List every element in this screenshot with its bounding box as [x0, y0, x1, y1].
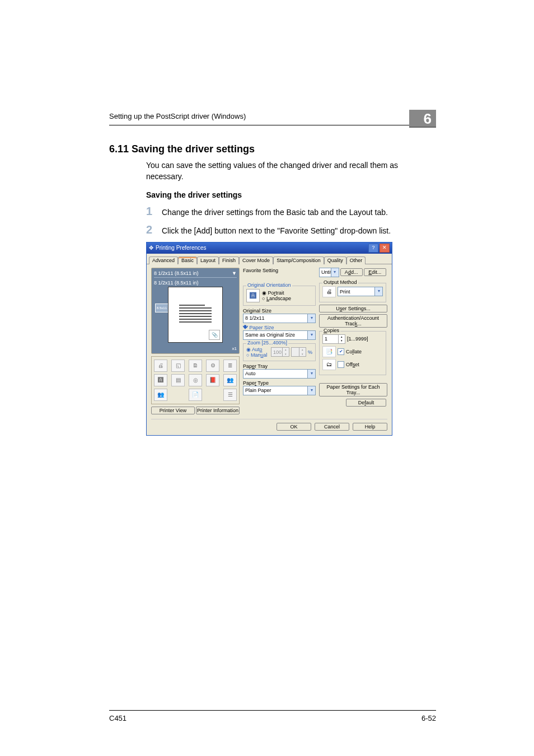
output-method-combo[interactable]: Print ▾ [338, 287, 383, 296]
footer-left: C451 [109, 714, 127, 722]
paper-tray-combo[interactable]: Auto ▾ [243, 369, 316, 379]
tab-cover-mode[interactable]: Cover Mode [239, 256, 273, 264]
original-size-label: Original Size [243, 308, 316, 314]
paper-size-label: 🢃 Paper Size [243, 325, 316, 330]
help-icon[interactable]: ? [368, 244, 378, 253]
copies-range: [1...9999] [347, 336, 368, 342]
page-footer: C451 6-52 [109, 710, 436, 722]
source-size-label: 8 1/2x11 (8.5x11 in) [154, 270, 199, 276]
paper-type-label: Paper Type [243, 380, 316, 386]
tab-other[interactable]: Other [346, 256, 366, 264]
paper-settings-tray-button[interactable]: Paper Settings for Each Tray... [319, 383, 387, 396]
dialog-title: Printing Preferences [156, 245, 207, 251]
thumb-doc-icon: 🗎 [189, 360, 202, 372]
thumb-globe-icon: ◎ [189, 374, 202, 386]
ok-button[interactable]: OK [277, 423, 311, 431]
tab-advanced[interactable]: Advanced [149, 256, 178, 264]
collate-label: Collate [346, 349, 362, 354]
tab-layout[interactable]: Layout [197, 256, 219, 264]
output-method-group: Output Method 🖨 Print ▾ [319, 283, 386, 302]
portrait-option[interactable]: ◉ Portrait [262, 290, 291, 296]
sub-heading: Saving the driver settings [146, 190, 436, 199]
favorite-setting-combo[interactable]: Untitled ▾ [319, 268, 339, 277]
chevron-down-icon[interactable]: ▾ [331, 268, 339, 277]
output-method-legend: Output Method [322, 279, 358, 285]
chevron-down-icon[interactable]: ▾ [307, 370, 315, 378]
tab-basic[interactable]: Basic [178, 256, 197, 264]
copies-legend: Copies [322, 328, 340, 333]
paper-size-value: Same as Original Size [245, 332, 295, 338]
step-text: Change the driver settings from the Basi… [162, 208, 436, 217]
preview-panel: 8 1/2x11 (8.5x11 in) ▼ 8 1/2x11 (8.5x11 … [151, 268, 240, 354]
zoom-auto-option[interactable]: ◉ Auto [246, 347, 267, 352]
user-settings-button[interactable]: User Settings... [319, 305, 387, 312]
zoom-unit: % [308, 349, 312, 355]
intro-paragraph: You can save the setting values of the c… [146, 160, 436, 183]
ruler-icon: 8.5x11 [155, 304, 168, 312]
thumb-printer-icon: 🖨 [154, 360, 167, 372]
paper-size-combo[interactable]: Same as Original Size ▾ [243, 330, 316, 340]
header-rule [109, 125, 436, 125]
printer-icon: 🖨 [322, 286, 336, 297]
app-icon: ✥ [149, 245, 153, 251]
favorite-setting-label: Favorite Setting [243, 268, 278, 273]
paper-type-combo[interactable]: Plain Paper ▾ [243, 386, 316, 395]
landscape-option[interactable]: ○ Landscape [262, 296, 291, 301]
chevron-down-icon[interactable]: ▾ [307, 386, 315, 395]
offset-checkbox[interactable] [338, 361, 344, 368]
copies-spin[interactable]: 1▴▾ [322, 334, 345, 344]
collate-icon: 📑 [322, 346, 336, 357]
zoom-legend: Zoom [25...400%] [246, 340, 288, 346]
chevron-down-icon[interactable]: ▾ [307, 331, 315, 339]
zoom-spin[interactable]: 100▴▾ [271, 347, 289, 357]
chevron-down-icon[interactable]: ▾ [307, 314, 315, 323]
zoom-step-spin[interactable]: ▴▾ [291, 347, 306, 357]
printing-preferences-dialog: ✥ Printing Preferences ? ✕ Advanced Basi… [146, 242, 392, 436]
page-preview: 📎 [168, 287, 223, 343]
thumb-sheet-icon: 📄 [189, 389, 202, 401]
footer-right: 6-52 [421, 714, 436, 722]
cancel-button[interactable]: Cancel [315, 423, 349, 431]
copies-group: Copies 1▴▾ [1...9999] 📑 ✔ Collate 🗂 [319, 331, 386, 375]
paper-type-value: Plain Paper [245, 388, 271, 393]
output-size-label: 8 1/2x11 (8.5x11 in) [154, 280, 237, 286]
attachment-icon: 📎 [209, 330, 220, 340]
orientation-legend: Original Orientation [246, 282, 292, 288]
orientation-icon: 🅰 [246, 289, 260, 302]
step-text: Click the [Add] button next to the "Favo… [162, 226, 436, 235]
thumb-collate-icon: ≣ [223, 360, 237, 372]
expand-icon[interactable]: ▼ [232, 270, 237, 276]
thumb-gear-icon: ⚙ [206, 360, 219, 372]
printer-view-button[interactable]: Printer View [151, 407, 195, 414]
paper-tray-value: Auto [245, 371, 256, 376]
thumb-page-icon: 🅰 [154, 374, 167, 386]
running-head: Setting up the PostScript driver (Window… [109, 112, 436, 120]
step-1: 1 Change the driver settings from the Ba… [146, 205, 436, 218]
tab-strip: Advanced Basic Layout Finish Cover Mode … [147, 256, 392, 264]
add-button[interactable]: Add... [340, 268, 363, 276]
offset-icon: 🗂 [322, 359, 336, 370]
tab-quality[interactable]: Quality [324, 256, 346, 264]
original-size-combo[interactable]: 8 1/2x11 ▾ [243, 314, 316, 323]
step-number: 2 [146, 223, 162, 236]
thumb-group-icon: 👥 [223, 374, 237, 386]
thumb-lock-icon: 👥 [154, 389, 167, 401]
thumb-scale-icon: ◱ [171, 360, 185, 372]
chevron-down-icon[interactable]: ▾ [374, 287, 382, 296]
help-button[interactable]: Help [353, 423, 387, 431]
edit-button[interactable]: Edit... [364, 268, 386, 276]
collate-checkbox[interactable]: ✔ [338, 348, 344, 355]
section-heading: 6.11 Saving the driver settings [109, 143, 436, 155]
printer-information-button[interactable]: Printer Information [196, 407, 240, 414]
zoom-manual-option[interactable]: ○ Manual [246, 352, 267, 358]
feature-thumbnails: 🖨 ◱ 🗎 ⚙ ≣ 🅰 ▤ ◎ 📕 👥 👥 📄 ☰ [151, 356, 240, 404]
dialog-title-bar: ✥ Printing Preferences ? ✕ [147, 242, 392, 254]
auth-track-button[interactable]: Authentication/Account Track... [319, 314, 387, 328]
thumb-select-icon: ▤ [171, 374, 185, 386]
tab-stamp-composition[interactable]: Stamp/Composition [273, 256, 324, 264]
original-orientation-group: Original Orientation 🅰 ◉ Portrait ○ Land… [243, 286, 316, 306]
close-icon[interactable]: ✕ [380, 244, 390, 253]
step-2: 2 Click the [Add] button next to the "Fa… [146, 223, 436, 236]
default-button[interactable]: Default [346, 399, 386, 407]
tab-finish[interactable]: Finish [219, 256, 239, 264]
